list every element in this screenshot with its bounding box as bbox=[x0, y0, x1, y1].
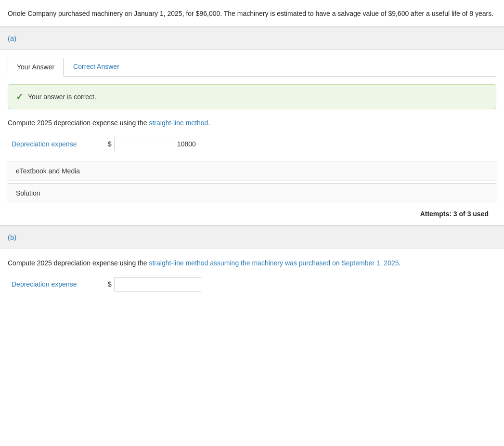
problem-text: Oriole Company purchased machinery on Ja… bbox=[8, 10, 493, 17]
section-a-label: (a) bbox=[8, 34, 16, 42]
attempts-text: Attempts: 3 of 3 used bbox=[420, 210, 489, 218]
instruction-suffix: . bbox=[208, 119, 210, 127]
dollar-sign-b: $ bbox=[108, 280, 112, 288]
section-a-header: (a) bbox=[0, 27, 504, 50]
dollar-sign-a: $ bbox=[108, 140, 112, 148]
section-b-label: (b) bbox=[8, 233, 16, 241]
depreciation-input-b[interactable] bbox=[115, 277, 201, 291]
instruction-b-suffix: . bbox=[399, 259, 401, 267]
depreciation-label-a: Depreciation expense bbox=[12, 140, 108, 148]
section-b-header: (b) bbox=[0, 226, 504, 249]
instruction-highlight: straight-line method bbox=[149, 119, 208, 127]
attempts-row: Attempts: 3 of 3 used bbox=[8, 205, 496, 220]
section-b-instruction: Compute 2025 depreciation expense using … bbox=[8, 258, 496, 268]
instruction-prefix: Compute 2025 depreciation expense using … bbox=[8, 119, 149, 127]
solution-item[interactable]: Solution bbox=[8, 183, 496, 203]
section-b-content: Compute 2025 depreciation expense using … bbox=[0, 249, 504, 309]
correct-message: Your answer is correct. bbox=[28, 93, 96, 101]
tab-correct-answer[interactable]: Correct Answer bbox=[65, 58, 128, 77]
etextbook-label: eTextbook and Media bbox=[16, 167, 80, 175]
problem-statement: Oriole Company purchased machinery on Ja… bbox=[0, 0, 504, 27]
instruction-b-highlight: straight-line method assuming the machin… bbox=[149, 259, 399, 267]
section-a-instruction: Compute 2025 depreciation expense using … bbox=[8, 118, 496, 128]
section-a-content: Your Answer Correct Answer ✓ Your answer… bbox=[0, 50, 504, 225]
depreciation-field-row-b: Depreciation expense $ bbox=[8, 277, 496, 291]
tabs: Your Answer Correct Answer bbox=[8, 57, 496, 77]
depreciation-input-a[interactable] bbox=[115, 137, 201, 151]
instruction-b-prefix: Compute 2025 depreciation expense using … bbox=[8, 259, 149, 267]
depreciation-label-b: Depreciation expense bbox=[12, 280, 108, 288]
checkmark-icon: ✓ bbox=[16, 92, 23, 102]
solution-label: Solution bbox=[16, 189, 40, 197]
etextbook-item[interactable]: eTextbook and Media bbox=[8, 161, 496, 181]
correct-answer-banner: ✓ Your answer is correct. bbox=[8, 84, 496, 109]
depreciation-field-row-a: Depreciation expense $ bbox=[8, 137, 496, 151]
tab-your-answer[interactable]: Your Answer bbox=[8, 58, 64, 77]
